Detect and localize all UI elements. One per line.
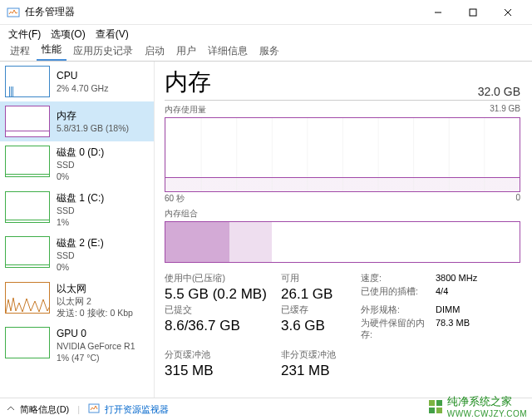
memory-composition-chart (165, 221, 520, 263)
tab-services[interactable]: 服务 (254, 42, 284, 61)
cached-label: 已缓存 (281, 304, 361, 316)
slots-label: 已使用的插槽: (361, 286, 436, 303)
tab-startup[interactable]: 启动 (140, 42, 170, 61)
memory-usage-chart (165, 117, 520, 192)
fewer-details-link[interactable]: 简略信息(D) (20, 403, 69, 416)
usage-max: 31.9 GB (490, 104, 520, 116)
composition-label: 内存组合 (165, 208, 198, 220)
inuse-value: 5.5 GB (0.2 MB) (165, 286, 281, 303)
close-button[interactable] (490, 0, 525, 25)
chevron-up-icon[interactable] (7, 404, 15, 414)
sidebar-item-gpu0[interactable]: GPU 0NVIDIA GeForce R11% (47 °C) (0, 323, 154, 368)
sidebar-item-disk2[interactable]: 磁盘 2 (E:)SSD0% (0, 232, 154, 278)
commit-value: 8.6/36.7 GB (165, 318, 281, 341)
paged-value: 315 MB (165, 363, 281, 379)
form-label: 外形规格: (361, 304, 436, 316)
avail-label: 可用 (281, 273, 361, 284)
ethernet-thumbnail (5, 282, 50, 314)
tab-processes[interactable]: 进程 (5, 42, 35, 61)
axis-left: 60 秒 (165, 193, 185, 205)
disk2-thumbnail (5, 236, 50, 268)
nonpaged-value: 231 MB (281, 363, 361, 379)
sidebar-item-ethernet[interactable]: 以太网以太网 2发送: 0 接收: 0 Kbp (0, 278, 154, 324)
cached-value: 3.6 GB (281, 318, 361, 341)
page-title: 内存 (165, 67, 211, 98)
reserved-value: 78.3 MB (436, 318, 510, 341)
speed-label: 速度: (361, 273, 436, 284)
app-icon (7, 6, 20, 19)
nonpaged-label: 非分页缓冲池 (281, 349, 361, 361)
disk1-thumbnail (5, 191, 50, 223)
axis-right: 0 (515, 193, 520, 205)
inuse-label: 使用中(已压缩) (165, 273, 281, 284)
window-title: 任务管理器 (25, 5, 421, 19)
open-resource-monitor-link[interactable]: 打开资源监视器 (105, 403, 169, 416)
tab-performance[interactable]: 性能 (37, 40, 66, 61)
menu-view[interactable]: 查看(V) (92, 26, 132, 43)
sidebar-item-memory[interactable]: 内存5.8/31.9 GB (18%) (0, 101, 154, 141)
capacity-value: 32.0 GB (478, 85, 520, 98)
paged-label: 分页缓冲池 (165, 349, 281, 361)
avail-value: 26.1 GB (281, 286, 361, 303)
form-value: DIMM (436, 304, 510, 316)
usage-label: 内存使用量 (165, 104, 206, 116)
reserved-label: 为硬件保留的内存: (361, 318, 436, 341)
memory-thumbnail (5, 106, 50, 137)
disk0-thumbnail (5, 146, 50, 177)
resource-monitor-icon (88, 403, 100, 416)
cpu-thumbnail (5, 66, 50, 97)
minimize-button[interactable] (421, 0, 456, 25)
sidebar-item-cpu[interactable]: CPU2% 4.70 GHz (0, 62, 154, 101)
maximize-button[interactable] (456, 0, 490, 25)
gpu0-thumbnail (5, 327, 50, 358)
svg-rect-2 (470, 9, 476, 16)
sidebar-item-disk0[interactable]: 磁盘 0 (D:)SSD0% (0, 141, 154, 187)
speed-value: 3800 MHz (436, 273, 510, 284)
slots-value: 4/4 (436, 286, 510, 303)
performance-sidebar: CPU2% 4.70 GHz 内存5.8/31.9 GB (18%) 磁盘 0 … (0, 62, 155, 398)
tab-details[interactable]: 详细信息 (203, 42, 253, 61)
tab-app-history[interactable]: 应用历史记录 (68, 42, 138, 61)
sidebar-item-disk1[interactable]: 磁盘 1 (C:)SSD1% (0, 187, 154, 233)
commit-label: 已提交 (165, 304, 281, 316)
tab-users[interactable]: 用户 (171, 42, 201, 61)
